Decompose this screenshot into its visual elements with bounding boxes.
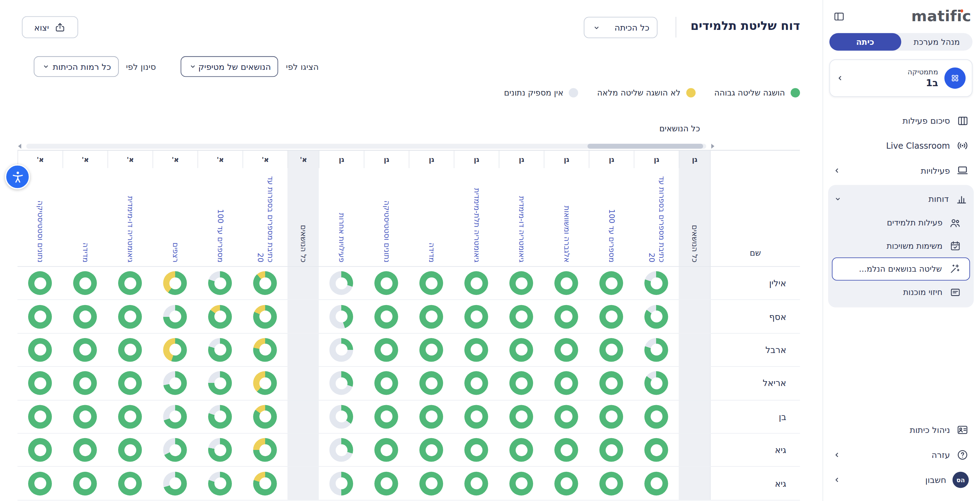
mastery-cell[interactable] bbox=[634, 334, 679, 366]
mastery-cell[interactable] bbox=[153, 434, 197, 466]
mastery-cell[interactable] bbox=[634, 467, 679, 499]
mastery-cell[interactable] bbox=[153, 334, 197, 366]
mastery-cell[interactable] bbox=[197, 300, 242, 333]
mastery-cell[interactable] bbox=[62, 334, 107, 366]
class-card[interactable]: מתמטיקה ב1 bbox=[829, 59, 973, 97]
mastery-cell[interactable] bbox=[364, 467, 409, 499]
mastery-cell[interactable] bbox=[544, 300, 589, 333]
mastery-cell[interactable] bbox=[634, 434, 679, 466]
sidebar-tab[interactable]: כיתה bbox=[829, 33, 901, 50]
class-filter-dropdown[interactable]: כל הכיתה bbox=[584, 17, 657, 38]
mastery-cell[interactable] bbox=[544, 434, 589, 466]
mastery-cell[interactable] bbox=[544, 367, 589, 399]
mastery-cell[interactable] bbox=[544, 400, 589, 433]
sidebar-item[interactable]: הסחשבון bbox=[829, 467, 973, 492]
mastery-cell[interactable] bbox=[197, 400, 242, 433]
mastery-cell[interactable] bbox=[18, 334, 62, 366]
mastery-cell[interactable] bbox=[107, 367, 152, 399]
mastery-cell[interactable] bbox=[319, 367, 363, 399]
sidebar-item[interactable]: שליטה בנושאים הנלמ... bbox=[832, 258, 970, 281]
mastery-cell[interactable] bbox=[454, 467, 499, 499]
mastery-cell[interactable] bbox=[634, 300, 679, 333]
mastery-cell[interactable] bbox=[243, 467, 287, 499]
mastery-cell[interactable] bbox=[18, 467, 62, 499]
mastery-cell[interactable] bbox=[153, 267, 197, 299]
mastery-cell[interactable] bbox=[319, 400, 363, 433]
mastery-cell[interactable] bbox=[454, 434, 499, 466]
mastery-cell[interactable] bbox=[634, 267, 679, 299]
mastery-cell[interactable] bbox=[62, 400, 107, 433]
mastery-cell[interactable] bbox=[243, 300, 287, 333]
sidebar-item[interactable]: דוחות bbox=[830, 186, 971, 211]
mastery-cell[interactable] bbox=[153, 367, 197, 399]
mastery-cell[interactable] bbox=[62, 267, 107, 299]
mastery-cell[interactable] bbox=[107, 434, 152, 466]
mastery-cell[interactable] bbox=[319, 300, 363, 333]
mastery-cell[interactable] bbox=[589, 334, 633, 366]
mastery-cell[interactable] bbox=[364, 300, 409, 333]
mastery-cell[interactable] bbox=[634, 400, 679, 433]
mastery-cell[interactable] bbox=[107, 300, 152, 333]
mastery-cell[interactable] bbox=[364, 367, 409, 399]
mastery-cell[interactable] bbox=[454, 300, 499, 333]
mastery-cell[interactable] bbox=[243, 267, 287, 299]
sidebar-item[interactable]: חיזוי מוכנות bbox=[832, 281, 970, 304]
mastery-cell[interactable] bbox=[107, 467, 152, 499]
mastery-cell[interactable] bbox=[364, 434, 409, 466]
mastery-cell[interactable] bbox=[589, 434, 633, 466]
mastery-cell[interactable] bbox=[18, 434, 62, 466]
sidebar-item[interactable]: משימות משויכות bbox=[832, 234, 970, 258]
mastery-cell[interactable] bbox=[634, 367, 679, 399]
mastery-cell[interactable] bbox=[107, 334, 152, 366]
mastery-cell[interactable] bbox=[243, 367, 287, 399]
mastery-cell[interactable] bbox=[197, 467, 242, 499]
mastery-cell[interactable] bbox=[197, 267, 242, 299]
mastery-cell[interactable] bbox=[18, 267, 62, 299]
mastery-cell[interactable] bbox=[454, 334, 499, 366]
sidebar-item[interactable]: סיכום פעילות bbox=[829, 108, 973, 133]
sidebar-item[interactable]: Live Classroom bbox=[829, 133, 973, 158]
mastery-cell[interactable] bbox=[62, 467, 107, 499]
mastery-cell[interactable] bbox=[409, 467, 453, 499]
accessibility-button[interactable] bbox=[5, 164, 30, 189]
mastery-cell[interactable] bbox=[319, 467, 363, 499]
mastery-cell[interactable] bbox=[499, 267, 544, 299]
chevron-left-icon[interactable] bbox=[835, 73, 845, 83]
mastery-cell[interactable] bbox=[197, 367, 242, 399]
mastery-cell[interactable] bbox=[319, 334, 363, 366]
mastery-cell[interactable] bbox=[107, 400, 152, 433]
mastery-cell[interactable] bbox=[499, 400, 544, 433]
collapse-sidebar-icon[interactable] bbox=[833, 10, 845, 22]
mastery-cell[interactable] bbox=[62, 300, 107, 333]
mastery-cell[interactable] bbox=[364, 400, 409, 433]
mastery-cell[interactable] bbox=[499, 334, 544, 366]
mastery-cell[interactable] bbox=[243, 334, 287, 366]
mastery-cell[interactable] bbox=[153, 467, 197, 499]
mastery-cell[interactable] bbox=[589, 367, 633, 399]
mastery-cell[interactable] bbox=[18, 300, 62, 333]
mastery-cell[interactable] bbox=[243, 400, 287, 433]
mastery-cell[interactable] bbox=[18, 367, 62, 399]
sidebar-item[interactable]: עזרה bbox=[829, 442, 973, 467]
mastery-cell[interactable] bbox=[319, 434, 363, 466]
scrollbar-thumb[interactable] bbox=[588, 144, 703, 149]
mastery-cell[interactable] bbox=[499, 367, 544, 399]
mastery-cell[interactable] bbox=[544, 467, 589, 499]
sidebar-item[interactable]: פעילויות bbox=[829, 158, 973, 183]
mastery-cell[interactable] bbox=[589, 467, 633, 499]
mastery-cell[interactable] bbox=[364, 334, 409, 366]
mastery-cell[interactable] bbox=[62, 434, 107, 466]
mastery-cell[interactable] bbox=[544, 334, 589, 366]
mastery-cell[interactable] bbox=[454, 267, 499, 299]
export-button[interactable]: יצוא bbox=[22, 16, 78, 38]
mastery-cell[interactable] bbox=[62, 367, 107, 399]
mastery-cell[interactable] bbox=[454, 400, 499, 433]
mastery-cell[interactable] bbox=[18, 400, 62, 433]
horizontal-scrollbar[interactable] bbox=[26, 144, 706, 149]
mastery-cell[interactable] bbox=[454, 367, 499, 399]
sidebar-item[interactable]: ניהול כיתות bbox=[829, 417, 973, 442]
mastery-cell[interactable] bbox=[319, 267, 363, 299]
mastery-cell[interactable] bbox=[197, 434, 242, 466]
display-by-dropdown[interactable]: הנושאים של מטיפיק bbox=[181, 56, 279, 77]
mastery-cell[interactable] bbox=[544, 267, 589, 299]
